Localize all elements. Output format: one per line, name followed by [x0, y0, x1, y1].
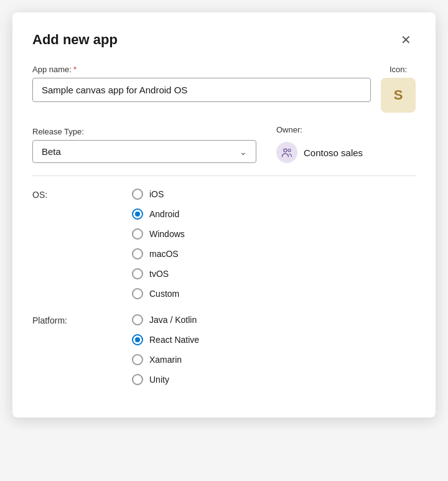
release-type-section: Release Type: Beta ⌄: [32, 127, 256, 163]
release-type-label: Release Type:: [32, 127, 256, 136]
os-radio-custom[interactable]: [132, 288, 143, 299]
os-radio-macos[interactable]: [132, 248, 143, 259]
platform-radio-group: Java / Kotlin React Native Xamarin Unity: [132, 314, 199, 385]
os-option-ios[interactable]: iOS: [132, 189, 185, 200]
icon-label: Icon:: [390, 65, 407, 74]
os-radio-android-inner: [135, 212, 140, 217]
os-section: OS: iOS Android Windows macOS: [32, 189, 416, 299]
dialog-header: Add new app ✕: [32, 30, 416, 50]
platform-radio-xamarin[interactable]: [132, 354, 143, 365]
section-divider: [32, 175, 416, 176]
os-option-android[interactable]: Android: [132, 208, 185, 220]
os-radio-ios[interactable]: [132, 189, 143, 200]
required-indicator: *: [73, 65, 77, 74]
top-section: App name: * Icon: S: [32, 65, 416, 113]
release-type-dropdown[interactable]: Beta ⌄: [32, 140, 256, 163]
os-option-tvos[interactable]: tvOS: [132, 268, 185, 279]
app-name-section: App name: *: [32, 65, 371, 102]
app-name-label: App name: *: [32, 65, 371, 74]
dialog-title: Add new app: [32, 32, 118, 48]
os-option-windows[interactable]: Windows: [132, 228, 185, 240]
add-new-app-dialog: Add new app ✕ App name: * Icon: S Releas…: [12, 12, 436, 418]
owner-content: Contoso sales: [276, 142, 363, 163]
os-radio-group: iOS Android Windows macOS tvOS: [132, 189, 185, 299]
platform-option-java-kotlin[interactable]: Java / Kotlin: [132, 314, 199, 325]
platform-label: Platform:: [32, 314, 132, 385]
os-label: OS:: [32, 189, 132, 299]
os-radio-windows[interactable]: [132, 228, 143, 240]
platform-option-react-native[interactable]: React Native: [132, 334, 199, 345]
app-name-input[interactable]: [32, 78, 371, 102]
release-type-value: Beta: [42, 146, 61, 157]
svg-point-0: [284, 149, 287, 152]
platform-option-xamarin[interactable]: Xamarin: [132, 354, 199, 365]
platform-radio-unity[interactable]: [132, 374, 143, 385]
platform-radio-react-native-inner: [135, 337, 140, 342]
platform-radio-java-kotlin[interactable]: [132, 314, 143, 325]
close-button[interactable]: ✕: [396, 30, 416, 50]
os-option-macos[interactable]: macOS: [132, 248, 185, 259]
os-option-custom[interactable]: Custom: [132, 288, 185, 299]
platform-option-unity[interactable]: Unity: [132, 374, 199, 385]
owner-label: Owner:: [276, 125, 363, 134]
platform-section: Platform: Java / Kotlin React Native Xam…: [32, 314, 416, 385]
dropdown-arrow-icon: ⌄: [240, 147, 247, 157]
icon-section: Icon: S: [381, 65, 416, 113]
release-owner-row: Release Type: Beta ⌄ Owner: Contoso sale…: [32, 125, 416, 163]
svg-point-1: [288, 149, 291, 152]
owner-section: Owner: Contoso sales: [276, 125, 363, 163]
platform-radio-react-native[interactable]: [132, 334, 143, 345]
os-radio-tvos[interactable]: [132, 268, 143, 279]
owner-icon: [276, 142, 297, 163]
owner-name: Contoso sales: [304, 147, 363, 158]
people-icon: [281, 146, 293, 159]
app-icon-avatar[interactable]: S: [381, 78, 416, 113]
os-radio-android[interactable]: [132, 208, 143, 220]
